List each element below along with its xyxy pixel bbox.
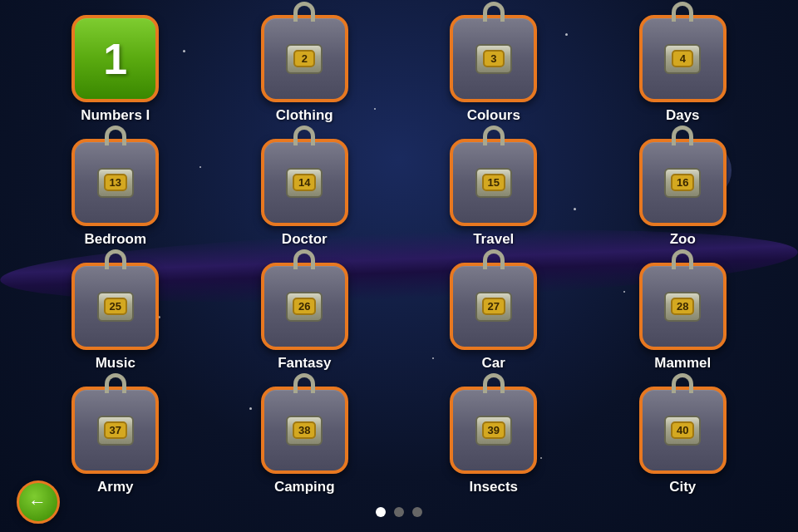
- tile-2[interactable]: 2: [261, 15, 348, 102]
- lock-shackle-26: [293, 249, 315, 269]
- tile-25[interactable]: 25: [71, 263, 159, 350]
- lock-wrapper-38: 38: [286, 416, 323, 446]
- lock-number-27: 27: [482, 298, 505, 315]
- tile-label-15: Travel: [473, 231, 514, 248]
- tile-item-1[interactable]: 1Numbers I: [71, 15, 159, 124]
- tile-15[interactable]: 15: [450, 139, 537, 226]
- lock-shackle-37: [105, 373, 126, 393]
- tile-38[interactable]: 38: [261, 387, 348, 474]
- tile-item-39[interactable]: 39Insects: [450, 387, 537, 495]
- lock-number-28: 28: [671, 298, 694, 315]
- tile-28[interactable]: 28: [639, 263, 727, 350]
- tile-40[interactable]: 40: [639, 387, 727, 474]
- tile-label-13: Bedroom: [84, 231, 146, 248]
- lock-wrapper-3: 3: [475, 44, 512, 74]
- lock-wrapper-14: 14: [286, 168, 323, 198]
- lock-body-37: 37: [97, 416, 134, 446]
- lock-wrapper-25: 25: [97, 292, 134, 322]
- lock-shackle-27: [483, 249, 505, 269]
- lock-number-4: 4: [672, 50, 693, 67]
- lock-body-39: 39: [475, 416, 512, 446]
- lock-number-38: 38: [293, 421, 316, 439]
- lock-shackle-25: [105, 249, 126, 269]
- tile-label-38: Camping: [274, 479, 335, 495]
- tile-label-40: City: [669, 479, 696, 495]
- tile-label-4: Days: [666, 107, 700, 124]
- lock-number-37: 37: [104, 421, 127, 439]
- lock-body-25: 25: [97, 292, 134, 322]
- tile-label-27: Car: [482, 355, 505, 372]
- lock-number-15: 15: [482, 174, 505, 191]
- tile-item-37[interactable]: 37Army: [71, 387, 159, 495]
- tile-item-2[interactable]: 2Clothing: [261, 15, 348, 124]
- dot-3[interactable]: [412, 507, 422, 517]
- tile-27[interactable]: 27: [450, 263, 537, 350]
- tile-item-27[interactable]: 27Car: [450, 263, 537, 372]
- lock-number-26: 26: [293, 298, 316, 315]
- tile-label-1: Numbers I: [81, 107, 150, 124]
- tile-label-39: Insects: [469, 479, 518, 495]
- tile-item-26[interactable]: 26Fantasy: [261, 263, 348, 372]
- tile-item-4[interactable]: 4Days: [639, 15, 727, 124]
- lock-body-38: 38: [286, 416, 323, 446]
- tile-item-28[interactable]: 28Mammel: [639, 263, 727, 372]
- lock-shackle-13: [105, 126, 126, 145]
- tile-1[interactable]: 1: [71, 15, 159, 102]
- lock-wrapper-39: 39: [475, 416, 512, 446]
- lock-body-28: 28: [664, 292, 701, 322]
- lock-wrapper-15: 15: [475, 168, 512, 198]
- tile-label-3: Colours: [467, 107, 520, 124]
- tile-26[interactable]: 26: [261, 263, 348, 350]
- tile-37[interactable]: 37: [71, 387, 159, 474]
- tile-label-37: Army: [97, 479, 133, 495]
- lock-number-2: 2: [293, 50, 315, 67]
- tile-item-40[interactable]: 40City: [639, 387, 727, 495]
- tile-item-38[interactable]: 38Camping: [261, 387, 348, 495]
- lock-shackle-28: [672, 249, 693, 269]
- tile-label-28: Mammel: [654, 355, 711, 372]
- lock-body-4: 4: [664, 44, 701, 74]
- tile-item-3[interactable]: 3Colours: [450, 15, 537, 124]
- lock-number-13: 13: [104, 174, 127, 191]
- lock-body-16: 16: [664, 168, 701, 198]
- tile-label-25: Music: [96, 355, 135, 372]
- lock-wrapper-37: 37: [97, 416, 134, 446]
- lock-wrapper-40: 40: [664, 416, 701, 446]
- lock-shackle-38: [293, 373, 315, 393]
- lock-wrapper-28: 28: [664, 292, 701, 322]
- tile-14[interactable]: 14: [261, 139, 348, 226]
- lock-shackle-15: [483, 126, 505, 145]
- lock-body-40: 40: [664, 416, 701, 446]
- dot-1[interactable]: [376, 507, 386, 517]
- lock-number-25: 25: [104, 298, 127, 315]
- lock-number-40: 40: [671, 421, 694, 439]
- tile-item-16[interactable]: 16Zoo: [639, 139, 727, 248]
- lock-wrapper-4: 4: [664, 44, 701, 74]
- lock-wrapper-2: 2: [286, 44, 323, 74]
- lock-number-39: 39: [482, 421, 505, 439]
- tile-item-14[interactable]: 14Doctor: [261, 139, 348, 248]
- tile-3[interactable]: 3: [450, 15, 537, 102]
- tile-16[interactable]: 16: [639, 139, 727, 226]
- lock-shackle-3: [483, 2, 505, 22]
- lock-shackle-4: [672, 2, 693, 22]
- lock-shackle-16: [672, 126, 693, 145]
- lock-shackle-14: [293, 126, 315, 145]
- tile-item-15[interactable]: 15Travel: [450, 139, 537, 248]
- lock-number-3: 3: [483, 50, 505, 67]
- lock-body-26: 26: [286, 292, 323, 322]
- dot-2[interactable]: [394, 507, 404, 517]
- lock-body-13: 13: [97, 168, 134, 198]
- tile-item-13[interactable]: 13Bedroom: [71, 139, 159, 248]
- lock-shackle-2: [293, 2, 315, 22]
- tile-grid: 1Numbers I2Clothing3Colours4Days13Bedroo…: [33, 15, 765, 495]
- tile-grid-container: 1Numbers I2Clothing3Colours4Days13Bedroo…: [0, 0, 798, 495]
- lock-body-14: 14: [286, 168, 323, 198]
- lock-body-3: 3: [475, 44, 512, 74]
- lock-wrapper-16: 16: [664, 168, 701, 198]
- tile-item-25[interactable]: 25Music: [71, 263, 159, 372]
- tile-4[interactable]: 4: [639, 15, 727, 102]
- lock-body-2: 2: [286, 44, 323, 74]
- tile-13[interactable]: 13: [71, 139, 159, 226]
- tile-39[interactable]: 39: [450, 387, 537, 474]
